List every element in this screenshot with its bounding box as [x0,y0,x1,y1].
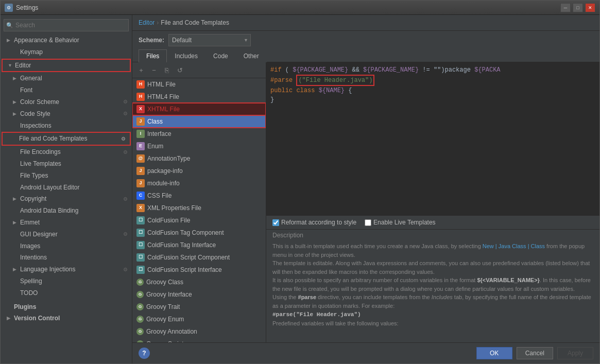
maximize-button[interactable]: □ [573,3,583,12]
groovy-icon: G [136,316,144,323]
sidebar-item-live-templates[interactable]: Live Templates [1,158,132,170]
list-item[interactable]: ☐ ColdFusion Script Interface [132,264,266,276]
list-item[interactable]: ☐ ColdFusion Tag Interface [132,239,266,251]
code-line: #parse ("File Header.java") [270,75,595,86]
var: ${NAME} [319,87,345,94]
groovy-icon: G [136,291,144,298]
reformat-checkbox[interactable] [272,219,279,226]
sidebar-item-color-scheme[interactable]: ▶ Color Scheme ⚙ [1,96,132,108]
window-title: Settings [16,4,560,11]
copy-button[interactable]: ⎘ [161,64,173,76]
list-item[interactable]: J package-info [132,165,266,177]
list-item[interactable]: G Groovy Enum [132,313,266,325]
sidebar-item-general[interactable]: ▶ General [1,73,132,84]
cancel-button[interactable]: Cancel [517,347,553,359]
settings-window: ⚙ Settings ─ □ ✕ 🔍 ▶ Appearance & Behavi… [0,0,600,364]
reset-button[interactable]: ↺ [174,64,185,76]
list-item[interactable]: G Groovy Class [132,276,266,288]
keyword: public class [270,87,319,94]
list-item[interactable]: G Groovy Trait [132,301,266,313]
apply-button[interactable]: Apply [557,347,593,359]
sidebar-item-editor[interactable]: ▼ Editor [3,60,130,72]
sidebar-item-font[interactable]: Font [1,84,132,96]
list-item[interactable]: X XML Properties File [132,202,266,214]
search-input[interactable] [4,19,129,31]
add-button[interactable]: + [135,64,147,76]
description-area: Description This is a built-in template … [266,229,599,342]
sidebar-item-file-types[interactable]: File Types [1,170,132,182]
tab-code[interactable]: Code [205,49,236,62]
ok-button[interactable]: OK [476,347,512,359]
sidebar-item-android-data-binding[interactable]: Android Data Binding [1,205,132,217]
live-templates-checkbox-label[interactable]: Enable Live Templates [365,219,436,226]
expand-arrow-icon: ▶ [13,266,18,273]
sidebar-item-android-layout-editor[interactable]: Android Layout Editor [1,182,132,194]
list-item[interactable]: G Groovy Interface [132,288,266,301]
remove-button[interactable]: − [148,64,160,76]
list-item[interactable]: J module-info [132,177,266,189]
reformat-label: Reformat according to style [281,219,356,226]
var: ${PACKAGE_NAME} [293,66,348,74]
scheme-bar: Scheme: Default Project [132,31,599,49]
file-item-label: Enum [147,142,163,151]
file-item-label: Groovy Enum [146,315,184,324]
sidebar-item-gui-designer[interactable]: GUI Designer ⚙ [1,229,132,240]
sidebar-item-todo[interactable]: TODO [1,287,132,299]
desc-variable: ${<VARIABLE_NAME>} [477,277,539,283]
list-item[interactable]: @ AnnotationType [132,152,266,165]
list-item[interactable]: H HTML4 File [132,91,266,103]
xml-icon: X [136,204,145,212]
sidebar-item-file-encodings[interactable]: File Encodings ⚙ [1,146,132,158]
breadcrumb-editor[interactable]: Editor [139,19,155,26]
list-item[interactable]: E Enum [132,140,266,152]
help-button[interactable]: ? [139,348,150,359]
sidebar-item-plugins[interactable]: Plugins [1,301,132,313]
list-item[interactable]: ☐ ColdFusion Tag Component [132,227,266,239]
list-item[interactable]: C CSS File [132,189,266,202]
sidebar-item-inspections[interactable]: Inspections [1,120,132,132]
list-item[interactable]: J Class [132,115,266,128]
tab-files[interactable]: Files [139,49,167,62]
scheme-select[interactable]: Default Project [168,34,251,46]
var: ${PACKAGE_NAME} [363,66,419,74]
java-icon: J [136,167,145,175]
expand-arrow-icon: ▶ [13,99,18,106]
sidebar-item-emmet[interactable]: ▶ Emmet [1,217,132,229]
list-item[interactable]: ☐ ColdFusion File [132,214,266,227]
list-item[interactable]: X XHTML File [132,103,266,115]
html4-icon: H [136,93,145,101]
sidebar-item-keymap[interactable]: Keymap [1,46,132,58]
java-icon: J [136,179,145,187]
sidebar-label: Android Layout Editor [20,183,79,192]
sidebar-item-language-injections[interactable]: ▶ Language Injections ⚙ [1,264,132,275]
groovy-icon: G [136,328,144,335]
cf-icon: ☐ [136,229,145,237]
code-text: } [270,96,274,103]
list-item[interactable]: G Groovy Annotation [132,325,266,338]
sidebar-item-spelling[interactable]: Spelling [1,275,132,287]
list-item[interactable]: I Interface [132,128,266,140]
close-button[interactable]: ✕ [585,3,595,12]
window-controls: ─ □ ✕ [560,3,595,12]
sidebar-item-intentions[interactable]: Intentions [1,252,132,264]
sidebar-item-images[interactable]: Images [1,240,132,252]
file-item-label: ColdFusion Script Interface [147,265,222,274]
list-item[interactable]: H HTML File [132,78,266,91]
sidebar-item-file-and-code-templates[interactable]: File and Code Templates ⚙ [3,133,130,145]
sidebar-label: Images [20,242,40,251]
cf-icon: ☐ [136,266,145,274]
minimize-button[interactable]: ─ [560,3,571,12]
live-templates-checkbox[interactable] [365,219,371,226]
sidebar-item-appearance[interactable]: ▶ Appearance & Behavior [1,34,132,46]
list-item[interactable]: ☐ ColdFusion Script Component [132,251,266,264]
sidebar-item-code-style[interactable]: ▶ Code Style ⚙ [1,108,132,120]
sidebar-item-copyright[interactable]: ▶ Copyright ⚙ [1,193,132,205]
tab-includes[interactable]: Includes [167,49,205,62]
tab-other[interactable]: Other [236,49,267,62]
reformat-checkbox-label[interactable]: Reformat according to style [272,219,356,226]
desc-example: #parse("File Header.java") [272,311,361,318]
list-item[interactable]: G Groovy Script [132,338,266,342]
desc-link[interactable]: New | Java Class | Class [483,243,545,249]
sidebar-item-version-control[interactable]: ▶ Version Control [1,313,132,324]
code-area[interactable]: #if ( ${PACKAGE_NAME} && ${PACKAGE_NAME}… [266,62,599,215]
